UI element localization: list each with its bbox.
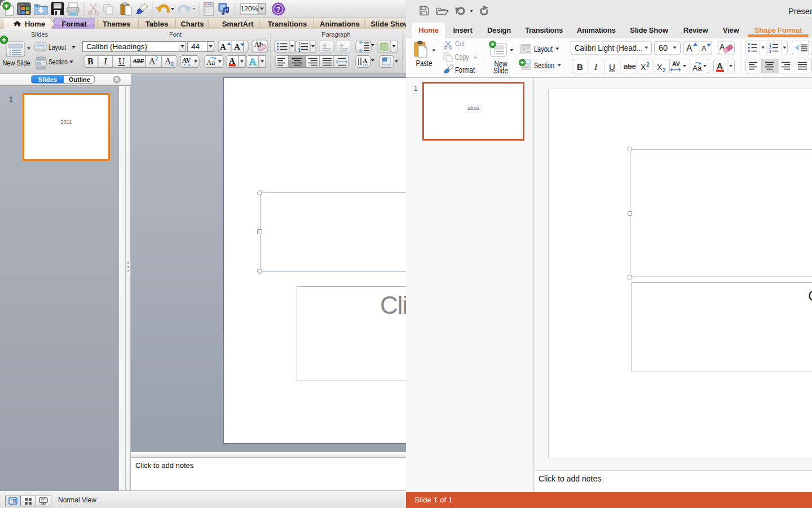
svg-text:X: X [641,63,646,72]
svg-text:Calibri Light (Head...: Calibri Light (Head... [575,43,643,52]
svg-text:A: A [249,56,257,67]
svg-text:A: A [686,43,692,53]
svg-text:New Slide: New Slide [3,59,30,67]
svg-text:Themes: Themes [103,20,130,28]
svg-text:AV: AV [182,57,191,64]
svg-text:A: A [701,44,707,52]
svg-text:Layout: Layout [48,43,66,51]
svg-text:Charts: Charts [180,20,204,28]
svg-text:Slide: Slide [493,66,508,75]
svg-text:?: ? [276,6,280,14]
svg-text:Format: Format [455,65,475,75]
svg-text:60: 60 [659,43,668,52]
svg-text:Cut: Cut [455,39,465,48]
svg-text:Calibri (Headings): Calibri (Headings) [86,42,147,51]
svg-text:A: A [234,42,240,51]
svg-text:SmartArt: SmartArt [222,20,254,28]
svg-text:Aa: Aa [206,58,215,67]
svg-text:ABE: ABE [133,58,145,64]
svg-text:Font: Font [169,31,182,38]
svg-text:Paste: Paste [416,59,433,68]
svg-text:I: I [594,62,598,72]
svg-text:120%: 120% [240,5,258,13]
svg-text:Paragraph: Paragraph [321,31,350,38]
svg-text:Transitions: Transitions [268,20,307,28]
svg-text:abe: abe [624,62,636,71]
svg-text:U: U [609,62,615,72]
svg-text:U: U [118,56,125,66]
svg-text:X: X [657,63,663,72]
svg-text:2: 2 [646,62,650,68]
svg-text:Section: Section [534,61,554,70]
svg-text:Slide Show: Slide Show [370,20,406,28]
svg-text:AV: AV [672,60,680,67]
svg-text:44: 44 [191,42,200,51]
svg-text:A: A [229,56,235,65]
svg-text:Slides: Slides [31,31,48,38]
svg-text:2: 2 [155,55,158,62]
svg-text:Format: Format [61,20,87,28]
svg-text:A: A [717,61,723,71]
svg-text:2: 2 [171,61,174,67]
svg-text:Layout: Layout [534,45,553,54]
svg-text:Copy: Copy [455,52,470,62]
svg-text:Home: Home [25,20,45,28]
svg-text:Animations: Animations [320,20,360,28]
svg-text:B: B [577,62,583,72]
svg-text:3: 3 [769,50,771,54]
svg-text:Tables: Tables [145,20,168,28]
svg-text:3: 3 [298,49,301,52]
svg-text:B: B [87,56,94,66]
svg-text:Section: Section [48,58,68,66]
svg-text:Aa: Aa [692,64,702,72]
svg-text:A: A [220,42,226,51]
svg-text:2: 2 [663,67,666,73]
svg-text:A: A [363,57,368,65]
